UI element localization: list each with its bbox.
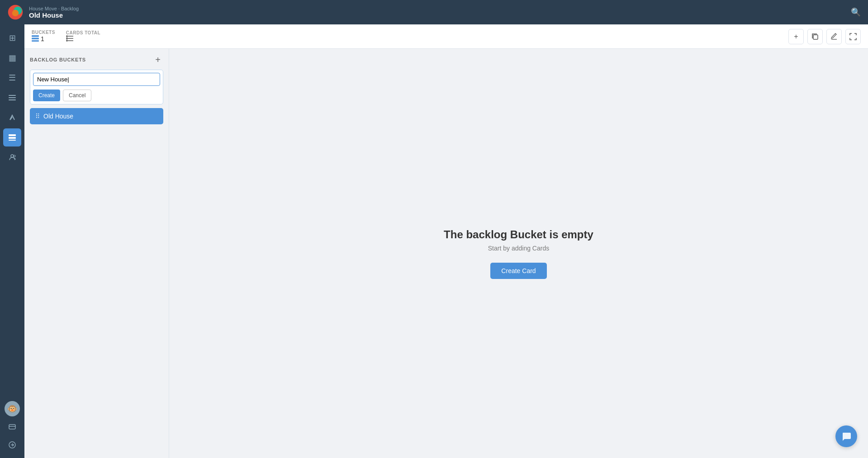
sidebar-item-sprint[interactable] xyxy=(3,109,21,127)
new-bucket-input[interactable] xyxy=(33,73,160,86)
cards-total-stat: CARDS TOTAL xyxy=(66,30,100,43)
bucket-item-name: Old House xyxy=(43,113,73,120)
sidebar-item-backlog-menu[interactable] xyxy=(3,89,21,107)
bucket-add-button[interactable]: + xyxy=(152,54,163,65)
drag-handle-icon: ⠿ xyxy=(35,113,40,120)
create-card-button[interactable]: Create Card xyxy=(490,263,546,279)
svg-rect-8 xyxy=(9,140,16,141)
cancel-button[interactable]: Cancel xyxy=(63,90,91,101)
two-panel: BACKLOG BUCKETS + Create Cancel ⠿ Old Ho… xyxy=(24,49,868,458)
buckets-count: 1 xyxy=(41,35,44,42)
svg-rect-7 xyxy=(9,137,16,139)
topbar-breadcrumb: House Move · Backlog xyxy=(29,6,851,11)
expand-icon[interactable] xyxy=(5,437,20,453)
bucket-icon xyxy=(8,133,16,142)
buckets-value-area: 1 xyxy=(32,35,55,43)
svg-point-2 xyxy=(12,10,19,16)
empty-state-subtitle: Start by adding Cards xyxy=(444,245,593,252)
create-button[interactable]: Create xyxy=(33,90,60,101)
bucket-header: BACKLOG BUCKETS + xyxy=(30,54,163,65)
new-bucket-form: Create Cancel xyxy=(30,70,163,104)
copy-button[interactable] xyxy=(807,29,823,44)
svg-rect-5 xyxy=(9,99,16,100)
svg-rect-21 xyxy=(813,35,818,39)
bucket-item-old-house[interactable]: ⠿ Old House xyxy=(30,108,163,124)
sidebar-item-list[interactable]: ☰ xyxy=(3,69,21,87)
team-icon xyxy=(8,153,16,161)
svg-point-9 xyxy=(11,155,14,157)
cards-total-label: CARDS TOTAL xyxy=(66,30,100,35)
chat-bubble[interactable] xyxy=(835,425,857,447)
cards-total-icon xyxy=(66,35,73,43)
topbar: House Move · Backlog Old House 🔍 xyxy=(0,0,868,24)
empty-state: The backlog Bucket is empty Start by add… xyxy=(444,228,593,279)
fullscreen-button[interactable] xyxy=(845,29,861,44)
user-avatar[interactable]: 🐵 xyxy=(5,401,20,416)
add-button[interactable]: + xyxy=(788,29,804,44)
sidebar-item-boards[interactable]: ▦ xyxy=(3,49,21,67)
buckets-stat: BUCKETS 1 xyxy=(32,30,55,43)
bucket-count-icon xyxy=(32,35,39,43)
sidebar-item-team[interactable] xyxy=(3,148,21,166)
billing-icon[interactable] xyxy=(5,419,20,434)
search-icon[interactable]: 🔍 xyxy=(851,7,861,17)
topbar-title: Old House xyxy=(29,11,851,19)
svg-rect-11 xyxy=(9,425,15,429)
main-layout: ⊞ ▦ ☰ xyxy=(0,24,868,458)
toolbar: BUCKETS 1 CARDS TOTAL xyxy=(24,24,868,49)
cards-total-value-area xyxy=(66,35,100,43)
chat-icon xyxy=(841,431,852,442)
sidebar-bottom: 🐵 xyxy=(5,401,20,458)
svg-rect-6 xyxy=(9,134,16,136)
right-panel: The backlog Bucket is empty Start by add… xyxy=(169,49,868,458)
svg-rect-14 xyxy=(32,35,39,37)
sidebar-item-dashboard[interactable]: ⊞ xyxy=(3,29,21,47)
sidebar: ⊞ ▦ ☰ xyxy=(0,24,24,458)
sidebar-item-buckets[interactable] xyxy=(3,128,21,146)
sprint-icon xyxy=(8,113,16,122)
buckets-label: BUCKETS xyxy=(32,30,55,35)
new-bucket-actions: Create Cancel xyxy=(33,90,160,101)
bucket-header-label: BACKLOG BUCKETS xyxy=(30,57,86,62)
empty-state-title: The backlog Bucket is empty xyxy=(444,228,593,241)
svg-rect-3 xyxy=(9,95,16,96)
toolbar-right: + xyxy=(788,29,861,44)
svg-rect-4 xyxy=(9,97,16,98)
left-panel: BACKLOG BUCKETS + Create Cancel ⠿ Old Ho… xyxy=(24,49,169,458)
content-area: BUCKETS 1 CARDS TOTAL xyxy=(24,24,868,458)
list-icon xyxy=(8,94,16,102)
app-logo xyxy=(7,4,24,20)
svg-rect-16 xyxy=(32,40,39,42)
svg-rect-15 xyxy=(32,38,39,39)
edit-button[interactable] xyxy=(826,29,842,44)
topbar-title-area: House Move · Backlog Old House xyxy=(29,6,851,19)
